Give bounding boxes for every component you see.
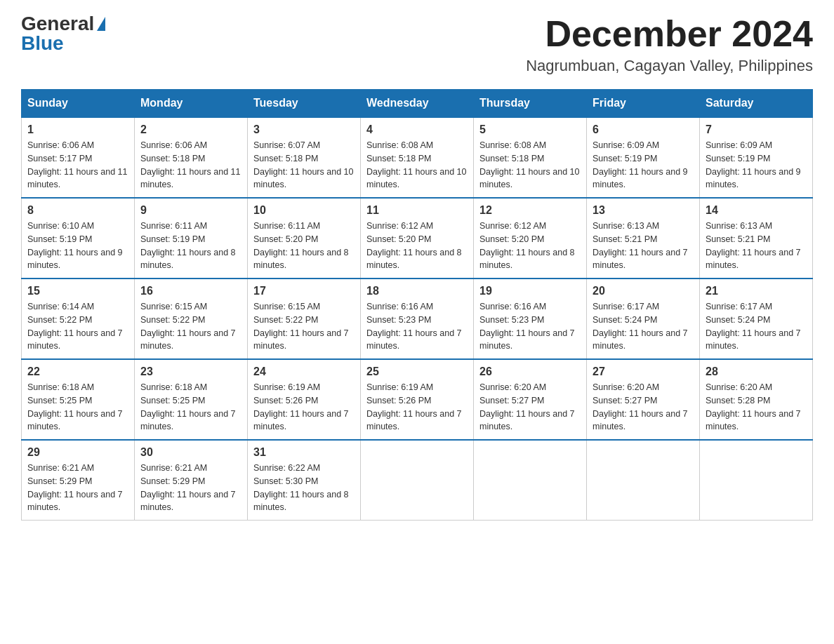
day-number: 9 (140, 204, 241, 217)
day-info: Sunrise: 6:13 AMSunset: 5:21 PMDaylight:… (593, 221, 688, 270)
header-cell-thursday: Thursday (474, 90, 587, 118)
day-info: Sunrise: 6:09 AMSunset: 5:19 PMDaylight:… (593, 140, 688, 189)
logo-general-text: General (21, 14, 94, 34)
day-number: 3 (253, 123, 355, 136)
day-info: Sunrise: 6:11 AMSunset: 5:19 PMDaylight:… (140, 221, 236, 270)
calendar-day-cell: 25Sunrise: 6:19 AMSunset: 5:26 PMDayligh… (361, 359, 474, 440)
day-info: Sunrise: 6:17 AMSunset: 5:24 PMDaylight:… (706, 302, 801, 351)
calendar-day-cell: 11Sunrise: 6:12 AMSunset: 5:20 PMDayligh… (361, 198, 474, 279)
day-number: 14 (706, 204, 807, 217)
day-info: Sunrise: 6:19 AMSunset: 5:26 PMDaylight:… (253, 382, 349, 431)
calendar-day-cell: 26Sunrise: 6:20 AMSunset: 5:27 PMDayligh… (474, 359, 587, 440)
day-number: 23 (140, 365, 241, 378)
calendar-day-cell: 31Sunrise: 6:22 AMSunset: 5:30 PMDayligh… (248, 440, 361, 521)
day-number: 19 (479, 285, 581, 297)
logo-blue-text: Blue (21, 34, 64, 53)
calendar-header: SundayMondayTuesdayWednesdayThursdayFrid… (22, 90, 813, 118)
location-subtitle: Nagrumbuan, Cagayan Valley, Philippines (526, 57, 813, 75)
day-number: 18 (366, 285, 468, 297)
calendar-table: SundayMondayTuesdayWednesdayThursdayFrid… (21, 89, 813, 521)
calendar-day-cell: 19Sunrise: 6:16 AMSunset: 5:23 PMDayligh… (474, 279, 587, 359)
day-info: Sunrise: 6:18 AMSunset: 5:25 PMDaylight:… (27, 382, 123, 431)
calendar-week-row: 22Sunrise: 6:18 AMSunset: 5:25 PMDayligh… (22, 359, 813, 440)
calendar-week-row: 1Sunrise: 6:06 AMSunset: 5:17 PMDaylight… (22, 117, 813, 198)
day-number: 13 (593, 204, 694, 217)
calendar-week-row: 15Sunrise: 6:14 AMSunset: 5:22 PMDayligh… (22, 279, 813, 359)
day-number: 17 (253, 285, 355, 297)
calendar-day-cell (700, 440, 813, 521)
day-number: 22 (27, 365, 128, 378)
calendar-day-cell: 8Sunrise: 6:10 AMSunset: 5:19 PMDaylight… (22, 198, 135, 279)
day-info: Sunrise: 6:10 AMSunset: 5:19 PMDaylight:… (27, 221, 123, 270)
calendar-day-cell: 13Sunrise: 6:13 AMSunset: 5:21 PMDayligh… (587, 198, 700, 279)
day-info: Sunrise: 6:06 AMSunset: 5:18 PMDaylight:… (140, 140, 240, 189)
calendar-day-cell: 23Sunrise: 6:18 AMSunset: 5:25 PMDayligh… (135, 359, 248, 440)
calendar-day-cell: 3Sunrise: 6:07 AMSunset: 5:18 PMDaylight… (248, 117, 361, 198)
calendar-day-cell: 9Sunrise: 6:11 AMSunset: 5:19 PMDaylight… (135, 198, 248, 279)
header-cell-monday: Monday (135, 90, 248, 118)
calendar-day-cell: 14Sunrise: 6:13 AMSunset: 5:21 PMDayligh… (700, 198, 813, 279)
day-info: Sunrise: 6:11 AMSunset: 5:20 PMDaylight:… (253, 221, 349, 270)
title-block: December 2024 Nagrumbuan, Cagayan Valley… (526, 14, 813, 75)
calendar-day-cell: 27Sunrise: 6:20 AMSunset: 5:27 PMDayligh… (587, 359, 700, 440)
day-number: 31 (253, 446, 355, 459)
day-info: Sunrise: 6:21 AMSunset: 5:29 PMDaylight:… (140, 463, 236, 512)
day-info: Sunrise: 6:06 AMSunset: 5:17 PMDaylight:… (27, 140, 127, 189)
day-number: 5 (479, 123, 581, 136)
day-number: 10 (253, 204, 355, 217)
calendar-day-cell: 21Sunrise: 6:17 AMSunset: 5:24 PMDayligh… (700, 279, 813, 359)
calendar-day-cell: 30Sunrise: 6:21 AMSunset: 5:29 PMDayligh… (135, 440, 248, 521)
day-info: Sunrise: 6:16 AMSunset: 5:23 PMDaylight:… (366, 302, 462, 351)
day-info: Sunrise: 6:09 AMSunset: 5:19 PMDaylight:… (706, 140, 801, 189)
day-info: Sunrise: 6:19 AMSunset: 5:26 PMDaylight:… (366, 382, 462, 431)
day-number: 11 (366, 204, 468, 217)
calendar-day-cell: 18Sunrise: 6:16 AMSunset: 5:23 PMDayligh… (361, 279, 474, 359)
day-info: Sunrise: 6:21 AMSunset: 5:29 PMDaylight:… (27, 463, 123, 512)
day-info: Sunrise: 6:07 AMSunset: 5:18 PMDaylight:… (253, 140, 353, 189)
day-number: 1 (27, 123, 128, 136)
day-number: 29 (27, 446, 128, 459)
calendar-week-row: 29Sunrise: 6:21 AMSunset: 5:29 PMDayligh… (22, 440, 813, 521)
calendar-day-cell: 17Sunrise: 6:15 AMSunset: 5:22 PMDayligh… (248, 279, 361, 359)
calendar-day-cell (361, 440, 474, 521)
day-info: Sunrise: 6:22 AMSunset: 5:30 PMDaylight:… (253, 463, 349, 512)
day-number: 26 (479, 365, 581, 378)
calendar-day-cell (474, 440, 587, 521)
day-number: 4 (366, 123, 468, 136)
day-info: Sunrise: 6:15 AMSunset: 5:22 PMDaylight:… (253, 302, 349, 351)
day-info: Sunrise: 6:08 AMSunset: 5:18 PMDaylight:… (479, 140, 579, 189)
calendar-day-cell: 29Sunrise: 6:21 AMSunset: 5:29 PMDayligh… (22, 440, 135, 521)
calendar-day-cell (587, 440, 700, 521)
day-number: 27 (593, 365, 694, 378)
day-number: 20 (593, 285, 694, 297)
day-number: 12 (479, 204, 581, 217)
day-info: Sunrise: 6:12 AMSunset: 5:20 PMDaylight:… (479, 221, 575, 270)
day-info: Sunrise: 6:16 AMSunset: 5:23 PMDaylight:… (479, 302, 575, 351)
day-number: 21 (706, 285, 807, 297)
day-number: 24 (253, 365, 355, 378)
calendar-day-cell: 6Sunrise: 6:09 AMSunset: 5:19 PMDaylight… (587, 117, 700, 198)
header-row: SundayMondayTuesdayWednesdayThursdayFrid… (22, 90, 813, 118)
calendar-day-cell: 1Sunrise: 6:06 AMSunset: 5:17 PMDaylight… (22, 117, 135, 198)
day-info: Sunrise: 6:17 AMSunset: 5:24 PMDaylight:… (593, 302, 688, 351)
day-info: Sunrise: 6:14 AMSunset: 5:22 PMDaylight:… (27, 302, 123, 351)
calendar-day-cell: 24Sunrise: 6:19 AMSunset: 5:26 PMDayligh… (248, 359, 361, 440)
calendar-day-cell: 5Sunrise: 6:08 AMSunset: 5:18 PMDaylight… (474, 117, 587, 198)
logo: General Blue (21, 14, 105, 53)
day-info: Sunrise: 6:12 AMSunset: 5:20 PMDaylight:… (366, 221, 462, 270)
day-info: Sunrise: 6:15 AMSunset: 5:22 PMDaylight:… (140, 302, 236, 351)
header-cell-friday: Friday (587, 90, 700, 118)
calendar-day-cell: 16Sunrise: 6:15 AMSunset: 5:22 PMDayligh… (135, 279, 248, 359)
calendar-week-row: 8Sunrise: 6:10 AMSunset: 5:19 PMDaylight… (22, 198, 813, 279)
day-number: 16 (140, 285, 241, 297)
calendar-day-cell: 2Sunrise: 6:06 AMSunset: 5:18 PMDaylight… (135, 117, 248, 198)
calendar-day-cell: 20Sunrise: 6:17 AMSunset: 5:24 PMDayligh… (587, 279, 700, 359)
calendar-day-cell: 10Sunrise: 6:11 AMSunset: 5:20 PMDayligh… (248, 198, 361, 279)
day-number: 15 (27, 285, 128, 297)
day-info: Sunrise: 6:20 AMSunset: 5:27 PMDaylight:… (593, 382, 688, 431)
calendar-body: 1Sunrise: 6:06 AMSunset: 5:17 PMDaylight… (22, 117, 813, 521)
day-info: Sunrise: 6:20 AMSunset: 5:28 PMDaylight:… (706, 382, 801, 431)
day-number: 2 (140, 123, 241, 136)
calendar-day-cell: 7Sunrise: 6:09 AMSunset: 5:19 PMDaylight… (700, 117, 813, 198)
header-cell-tuesday: Tuesday (248, 90, 361, 118)
